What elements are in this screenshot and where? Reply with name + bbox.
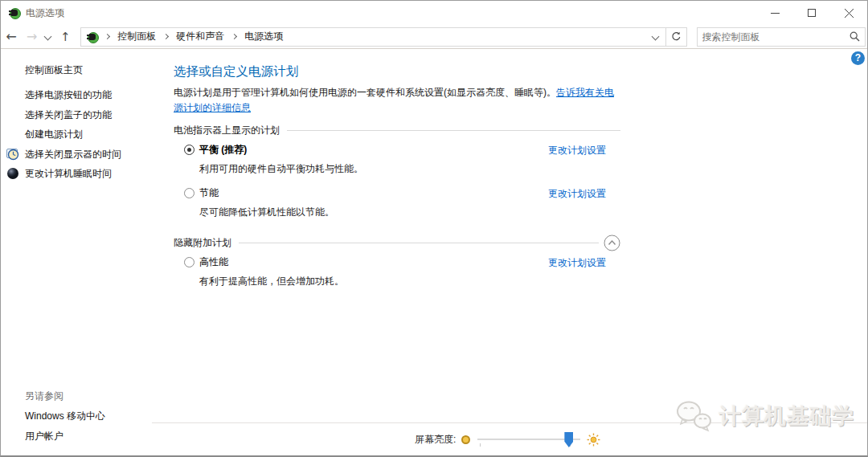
minimize-button[interactable] bbox=[756, 1, 793, 25]
radio-high-performance[interactable] bbox=[184, 257, 194, 267]
section-hide-additional-plans: 隐藏附加计划 bbox=[174, 235, 620, 251]
search-icon[interactable] bbox=[850, 31, 860, 42]
up-icon[interactable]: ↑ bbox=[55, 30, 76, 44]
plan-description: 有利于提高性能，但会增加功耗。 bbox=[199, 275, 606, 288]
slider-thumb[interactable] bbox=[564, 432, 573, 447]
recent-pages-chevron-icon[interactable] bbox=[43, 30, 55, 44]
refresh-icon[interactable] bbox=[666, 27, 687, 47]
section-battery-meter-plans: 电池指示器上显示的计划 bbox=[174, 124, 620, 137]
sidebar: 选择电源按钮的功能 选择关闭盖子的功能 创建电源计划 选择关闭显示器的时间 更改… bbox=[1, 85, 162, 184]
brightness-slider[interactable] bbox=[477, 431, 580, 447]
sidebar-item-lid-close[interactable]: 选择关闭盖子的功能 bbox=[1, 105, 162, 125]
titlebar: 电源选项 bbox=[1, 1, 867, 25]
window-title: 电源选项 bbox=[26, 6, 64, 20]
intro-text: 电源计划是用于管理计算机如何使用电源的一套硬件和系统设置(如显示器亮度、睡眠等)… bbox=[174, 85, 618, 116]
search-input[interactable] bbox=[702, 31, 850, 43]
back-icon[interactable]: ← bbox=[1, 29, 22, 44]
display-clock-icon bbox=[6, 148, 19, 161]
breadcrumb-separator-icon bbox=[104, 34, 110, 39]
radio-balanced[interactable] bbox=[184, 145, 194, 155]
wechat-logo-icon bbox=[673, 399, 714, 433]
brightness-high-icon bbox=[587, 433, 600, 447]
watermark: 计算机基础学 bbox=[673, 399, 854, 433]
breadcrumb-separator-icon bbox=[231, 34, 237, 39]
change-plan-settings-link[interactable]: 更改计划设置 bbox=[548, 187, 606, 201]
see-also-title: 另请参阅 bbox=[25, 386, 105, 406]
breadcrumb: 控制面板 硬件和声音 电源选项 bbox=[99, 30, 647, 43]
radio-power-saver[interactable] bbox=[184, 188, 194, 198]
plan-name: 节能 bbox=[199, 186, 219, 200]
power-plug-icon bbox=[86, 31, 99, 43]
breadcrumb-hardware-sound[interactable]: 硬件和声音 bbox=[174, 30, 226, 43]
breadcrumb-control-panel[interactable]: 控制面板 bbox=[116, 30, 158, 43]
search-box[interactable] bbox=[697, 27, 866, 47]
breadcrumb-separator-icon bbox=[163, 34, 169, 39]
brightness-low-icon bbox=[461, 435, 470, 444]
navigation-bar: ← → ↑ 控制面板 硬件和声音 电源选项 bbox=[1, 25, 867, 49]
forward-icon[interactable]: → bbox=[22, 29, 43, 44]
brightness-label: 屏幕亮度: bbox=[415, 433, 456, 447]
power-plug-icon bbox=[8, 6, 21, 19]
sidebar-item-user-accounts[interactable]: 用户帐户 bbox=[25, 426, 105, 447]
brightness-control: 屏幕亮度: bbox=[415, 428, 600, 451]
plan-high-performance: 高性能 更改计划设置 有利于提高性能，但会增加功耗。 bbox=[174, 255, 606, 288]
see-also-section: 另请参阅 Windows 移动中心 用户帐户 bbox=[25, 386, 105, 447]
plan-balanced: 平衡 (推荐) 更改计划设置 利用可用的硬件自动平衡功耗与性能。 bbox=[174, 143, 606, 176]
sidebar-item-control-panel-home[interactable]: 控制面板主页 bbox=[25, 63, 83, 77]
maximize-button[interactable] bbox=[793, 1, 830, 25]
sleep-moon-icon bbox=[6, 167, 19, 180]
page-title: 选择或自定义电源计划 bbox=[174, 63, 298, 80]
sidebar-item-sleep-time[interactable]: 更改计算机睡眠时间 bbox=[1, 164, 162, 184]
sidebar-item-mobility-center[interactable]: Windows 移动中心 bbox=[25, 406, 105, 426]
plan-description: 利用可用的硬件自动平衡功耗与性能。 bbox=[199, 162, 606, 176]
plan-description: 尽可能降低计算机性能以节能。 bbox=[199, 206, 606, 219]
address-dropdown-chevron-icon[interactable] bbox=[648, 30, 665, 44]
help-icon[interactable]: ? bbox=[851, 51, 865, 65]
plan-name: 高性能 bbox=[199, 255, 228, 269]
collapse-chevron-icon[interactable] bbox=[604, 235, 620, 251]
address-bar[interactable]: 控制面板 硬件和声音 电源选项 bbox=[80, 27, 665, 47]
watermark-text: 计算机基础学 bbox=[719, 402, 854, 430]
sidebar-item-display-off-time[interactable]: 选择关闭显示器的时间 bbox=[1, 145, 162, 165]
sidebar-item-create-plan[interactable]: 创建电源计划 bbox=[1, 124, 162, 145]
plan-power-saver: 节能 更改计划设置 尽可能降低计算机性能以节能。 bbox=[174, 186, 606, 219]
change-plan-settings-link[interactable]: 更改计划设置 bbox=[548, 144, 606, 157]
power-options-window: 电源选项 ← → ↑ 控制面 bbox=[0, 0, 868, 457]
close-button[interactable] bbox=[830, 1, 867, 25]
breadcrumb-power-options[interactable]: 电源选项 bbox=[243, 30, 285, 43]
plan-name: 平衡 (推荐) bbox=[199, 143, 247, 157]
change-plan-settings-link[interactable]: 更改计划设置 bbox=[548, 256, 606, 270]
sidebar-item-power-buttons[interactable]: 选择电源按钮的功能 bbox=[1, 85, 162, 105]
